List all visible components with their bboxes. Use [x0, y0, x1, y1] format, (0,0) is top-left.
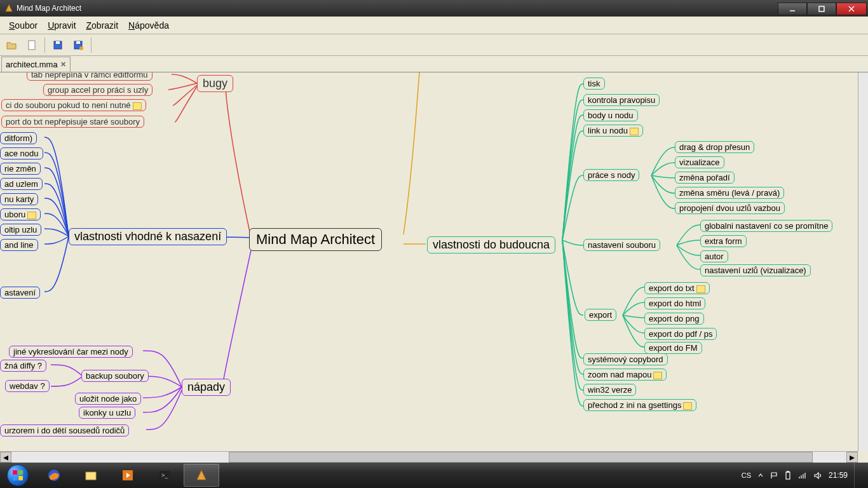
node-v2[interactable]: ace nodu	[0, 147, 43, 159]
node-p5[interactable]: propojení dvou uzlů vazbou	[675, 202, 785, 214]
node-b8[interactable]: přechod z ini na gsettings	[583, 399, 696, 411]
node-v8[interactable]: and line	[0, 239, 38, 251]
node-v4[interactable]: ad uzlem	[0, 178, 43, 190]
node-ns4[interactable]: nastavení uzlů (vizualizace)	[700, 264, 811, 276]
node-prace[interactable]: práce s nody	[583, 169, 639, 181]
tray-flag-icon[interactable]	[770, 471, 778, 479]
node-v5[interactable]: nu karty	[0, 193, 38, 205]
node-center[interactable]: Mind Map Architect	[249, 228, 382, 251]
node-budoucna[interactable]: vlastnosti do budoucna	[427, 236, 555, 254]
svg-text:>_: >_	[161, 472, 168, 478]
scroll-thumb[interactable]	[229, 452, 813, 463]
svg-rect-21	[787, 471, 789, 472]
node-p1[interactable]: drag & drop přesun	[675, 141, 754, 153]
node-e2[interactable]: export do html	[644, 297, 705, 309]
show-desktop-button[interactable]	[854, 463, 863, 488]
taskbar-media[interactable]	[110, 464, 146, 487]
note-icon	[683, 402, 692, 410]
node-e5[interactable]: export do FM	[644, 342, 702, 354]
node-v3[interactable]: rie změn	[0, 163, 41, 175]
note-icon	[653, 372, 662, 379]
new-button[interactable]	[23, 36, 41, 54]
node-b2[interactable]: kontrola pravopisu	[583, 94, 660, 106]
node-ns1[interactable]: globalni nastavení co se promítne	[700, 220, 832, 232]
menu-upravit[interactable]: Upravit	[43, 19, 81, 32]
document-tab[interactable]: architect.mma ✕	[1, 57, 71, 72]
window-title: Mind Map Architect	[17, 4, 778, 13]
node-b3[interactable]: body u nodu	[583, 109, 638, 121]
node-p3[interactable]: změna pořadí	[675, 172, 735, 184]
taskbar-terminal[interactable]: >_	[147, 464, 182, 487]
maximize-button[interactable]	[807, 3, 836, 15]
node-e4[interactable]: export do pdf / ps	[644, 328, 717, 340]
svg-rect-10	[13, 470, 17, 475]
taskbar-mindmap[interactable]	[184, 464, 219, 487]
node-b4[interactable]: link u nodu	[583, 125, 643, 137]
node-v7[interactable]: oltip uzlu	[0, 224, 41, 236]
node-b1[interactable]: tisk	[583, 78, 605, 90]
node-export[interactable]: export	[585, 309, 616, 321]
svg-rect-15	[86, 472, 96, 480]
close-button[interactable]	[836, 3, 867, 15]
node-bugy-port[interactable]: port do txt nepřepisuje staré soubory	[1, 116, 144, 128]
node-bugy-ci[interactable]: ci do souboru pokud to není nutné	[1, 99, 146, 111]
toolbar	[0, 34, 868, 56]
node-n3[interactable]: webdav ?	[5, 380, 50, 392]
node-v1[interactable]: ditform)	[0, 132, 37, 144]
horizontal-scrollbar[interactable]: ◂ ▸	[0, 451, 858, 463]
minimize-button[interactable]	[778, 3, 807, 15]
tabstrip: architect.mma ✕	[0, 56, 868, 72]
scroll-track[interactable]	[11, 452, 846, 463]
node-bugy-tab[interactable]: tab nepřepíná v rámci editformu	[27, 72, 153, 81]
window-titlebar: Mind Map Architect	[0, 0, 868, 17]
scroll-left-button[interactable]: ◂	[0, 452, 11, 463]
tray-clock[interactable]: 21:59	[829, 471, 848, 480]
node-n7[interactable]: urzorem i do dětí sousedů rodičů	[0, 424, 129, 437]
node-bugy-group[interactable]: group accel pro práci s uzly	[43, 84, 153, 96]
node-b7[interactable]: win32 verze	[583, 384, 636, 396]
svg-rect-12	[13, 476, 17, 480]
tray-language[interactable]: CS	[742, 471, 751, 479]
node-p2[interactable]: vizualizace	[675, 156, 724, 168]
menu-soubor[interactable]: Soubor	[4, 19, 43, 32]
node-n6[interactable]: ikonky u uzlu	[79, 407, 135, 419]
node-n1[interactable]: jiné vykreslování čar mezi nody	[9, 346, 133, 358]
taskbar-firefox[interactable]	[36, 464, 72, 487]
tray-chevron-up-icon[interactable]	[757, 472, 764, 478]
node-vhodne[interactable]: vlastnosti vhodné k nasazení	[69, 228, 227, 245]
node-n5[interactable]: uložit node jako	[75, 393, 141, 405]
node-ns2[interactable]: extra form	[700, 235, 747, 247]
toolbar-separator	[44, 37, 45, 53]
save-as-button[interactable]	[69, 36, 87, 54]
vertical-scrollbar[interactable]	[858, 72, 868, 451]
node-e3[interactable]: export do png	[644, 313, 704, 325]
tab-close-icon[interactable]: ✕	[60, 60, 66, 69]
save-button[interactable]	[49, 36, 67, 54]
svg-rect-11	[18, 470, 23, 475]
mindmap-canvas[interactable]: Mind Map Architect bugy tab nepřepíná v …	[0, 72, 868, 450]
node-bugy[interactable]: bugy	[197, 75, 233, 92]
node-n4[interactable]: backup soubory	[81, 370, 149, 382]
canvas-area: Mind Map Architect bugy tab nepřepíná v …	[0, 72, 868, 463]
node-e1[interactable]: export do txt	[644, 282, 710, 294]
node-v9[interactable]: astavení	[0, 287, 40, 299]
open-button[interactable]	[3, 36, 20, 54]
menu-zobrazit[interactable]: Zobrazit	[81, 19, 124, 32]
node-v6[interactable]: uboru	[0, 208, 41, 220]
taskbar: >_ CS 21:59	[0, 463, 868, 488]
node-napady[interactable]: nápady	[182, 379, 231, 396]
menubar: Soubor Upravit Zobrazit Nápověda	[0, 17, 868, 34]
node-n2[interactable]: žná diffy ?	[0, 360, 46, 372]
tray-volume-icon[interactable]	[813, 471, 822, 479]
taskbar-explorer[interactable]	[73, 464, 109, 487]
tray-battery-icon[interactable]	[784, 471, 792, 480]
node-b6[interactable]: zoom nad mapou	[583, 369, 667, 381]
node-b5[interactable]: systémový copybord	[583, 353, 668, 365]
tray-wifi-icon[interactable]	[798, 471, 807, 479]
start-button[interactable]	[0, 463, 36, 488]
menu-napoveda[interactable]: Nápověda	[123, 19, 174, 32]
node-ns3[interactable]: autor	[700, 250, 728, 262]
scroll-right-button[interactable]: ▸	[846, 452, 858, 463]
node-p4[interactable]: změna směru (levá / pravá)	[675, 187, 784, 199]
node-nastaveni[interactable]: nastavení souboru	[583, 239, 660, 251]
